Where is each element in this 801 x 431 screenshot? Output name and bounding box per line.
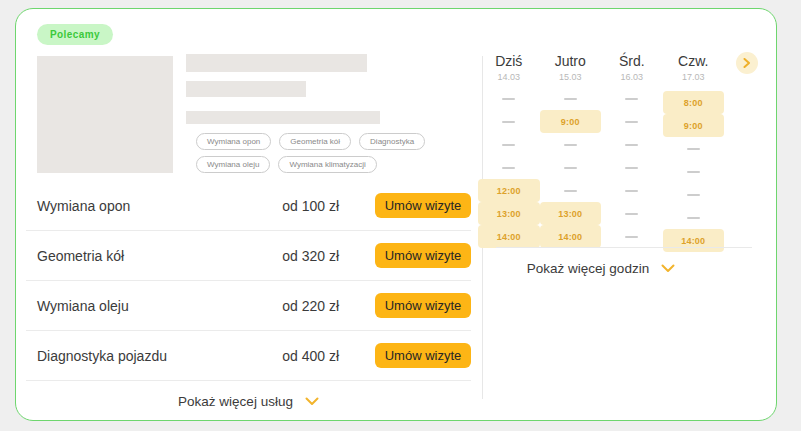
slot-row: 12:00 — — —: [478, 179, 724, 202]
service-price: od 220 zł: [282, 298, 339, 314]
day-column-thursday: Czw. 17.03: [663, 53, 725, 82]
day-date: 16.03: [601, 72, 663, 82]
show-more-services-button[interactable]: Pokaż więcej usług: [26, 381, 471, 421]
time-slot-cell: —: [601, 179, 663, 202]
day-date: 17.03: [663, 72, 725, 82]
time-slot-cell[interactable]: 13:00: [540, 202, 602, 225]
service-name: Geometria kół: [37, 248, 282, 264]
service-price: od 400 zł: [282, 348, 339, 364]
time-slot-cell: —: [540, 133, 602, 156]
tag-wymiana-klimatyzacji: Wymiana klimatyzacji: [278, 156, 376, 173]
time-slot-cell: —: [601, 156, 663, 179]
service-row: Geometria kół od 320 zł Umów wizyte: [26, 231, 471, 281]
placeholder-subtitle-line: [186, 81, 306, 97]
slot-row: — — — 8:00: [478, 87, 724, 110]
day-column-wednesday: Śrd. 16.03: [601, 53, 663, 82]
slot-row: — — — —: [478, 156, 724, 179]
time-slot-cell[interactable]: 13:00: [478, 202, 540, 225]
time-slot-cell[interactable]: 14:00: [478, 225, 540, 248]
calendar-divider: [496, 247, 752, 248]
time-slot-cell[interactable]: 14:00: [663, 229, 725, 252]
workshop-photo-placeholder: [37, 56, 173, 173]
book-visit-button[interactable]: Umów wizyte: [375, 193, 471, 218]
tag-diagnostyka: Diagnostyka: [359, 133, 425, 150]
time-slot-cell: —: [663, 160, 725, 183]
time-slot-cell: —: [601, 110, 663, 133]
time-slot-cell: —: [478, 87, 540, 110]
service-name: Wymiana opon: [37, 198, 282, 214]
time-slot-cell: —: [540, 87, 602, 110]
show-more-services-label: Pokaż więcej usług: [178, 394, 293, 409]
day-label: Dziś: [478, 53, 540, 69]
day-label: Jutro: [540, 53, 602, 69]
slot-row: 13:00 13:00 — —: [478, 202, 724, 225]
service-row: Wymiana oleju od 220 zł Umów wizyte: [26, 281, 471, 331]
workshop-card: Polecamy Wymiana opon Geometria kół Diag…: [15, 8, 777, 421]
slot-row: 14:00 14:00 — 14:00: [478, 225, 724, 248]
time-slot-cell[interactable]: 9:00: [663, 114, 725, 137]
day-date: 14.03: [478, 72, 540, 82]
time-slot-cell: —: [540, 156, 602, 179]
service-row: Wymiana opon od 100 zł Umów wizyte: [26, 181, 471, 231]
time-slot-cell: —: [663, 137, 725, 160]
placeholder-title-line: [186, 54, 367, 72]
show-more-hours-button[interactable]: Pokaż więcej godzin: [478, 254, 724, 282]
day-date: 15.03: [540, 72, 602, 82]
time-slot-cell: —: [540, 179, 602, 202]
placeholder-address-line: [186, 111, 380, 124]
day-label: Śrd.: [601, 53, 663, 69]
recommended-badge: Polecamy: [37, 24, 113, 45]
time-slot-grid: — — — 8:00 — 9:00 — 9:00 — — — — — — — —…: [478, 87, 724, 248]
slot-row: — — — —: [478, 133, 724, 156]
show-more-hours-label: Pokaż więcej godzin: [527, 261, 649, 276]
service-price: od 320 zł: [282, 248, 339, 264]
time-slot-cell[interactable]: 14:00: [540, 225, 602, 248]
chevron-down-icon: [661, 264, 675, 273]
book-visit-button[interactable]: Umów wizyte: [375, 343, 471, 368]
book-visit-button[interactable]: Umów wizyte: [375, 243, 471, 268]
time-slot-cell: —: [478, 133, 540, 156]
calendar-day-headers: Dziś 14.03 Jutro 15.03 Śrd. 16.03 Czw. 1…: [478, 53, 724, 82]
time-slot-cell: —: [663, 206, 725, 229]
service-price: od 100 zł: [282, 198, 339, 214]
service-name: Wymiana oleju: [37, 298, 282, 314]
time-slot-cell[interactable]: 9:00: [540, 110, 602, 133]
time-slot-cell: —: [601, 202, 663, 225]
chevron-right-icon: [743, 58, 751, 68]
day-column-today: Dziś 14.03: [478, 53, 540, 82]
time-slot-cell[interactable]: 8:00: [663, 91, 725, 114]
service-row: Diagnostyka pojazdu od 400 zł Umów wizyt…: [26, 331, 471, 381]
time-slot-cell: —: [478, 110, 540, 133]
time-slot-cell: —: [478, 156, 540, 179]
day-column-tomorrow: Jutro 15.03: [540, 53, 602, 82]
book-visit-button[interactable]: Umów wizyte: [375, 293, 471, 318]
time-slot-cell: —: [601, 87, 663, 110]
next-days-button[interactable]: [736, 52, 758, 74]
service-tags: Wymiana opon Geometria kół Diagnostyka W…: [196, 133, 432, 173]
tag-geometria-kol: Geometria kół: [279, 133, 351, 150]
time-slot-cell: —: [601, 133, 663, 156]
time-slot-cell[interactable]: 12:00: [478, 179, 540, 202]
services-list: Wymiana opon od 100 zł Umów wizyte Geome…: [26, 181, 471, 421]
time-slot-cell: —: [601, 225, 663, 248]
day-label: Czw.: [663, 53, 725, 69]
service-name: Diagnostyka pojazdu: [37, 348, 282, 364]
slot-row: — 9:00 — 9:00: [478, 110, 724, 133]
tag-wymiana-oleju: Wymiana oleju: [196, 156, 270, 173]
chevron-down-icon: [305, 397, 319, 406]
time-slot-cell: —: [663, 183, 725, 206]
tag-wymiana-opon: Wymiana opon: [196, 133, 271, 150]
